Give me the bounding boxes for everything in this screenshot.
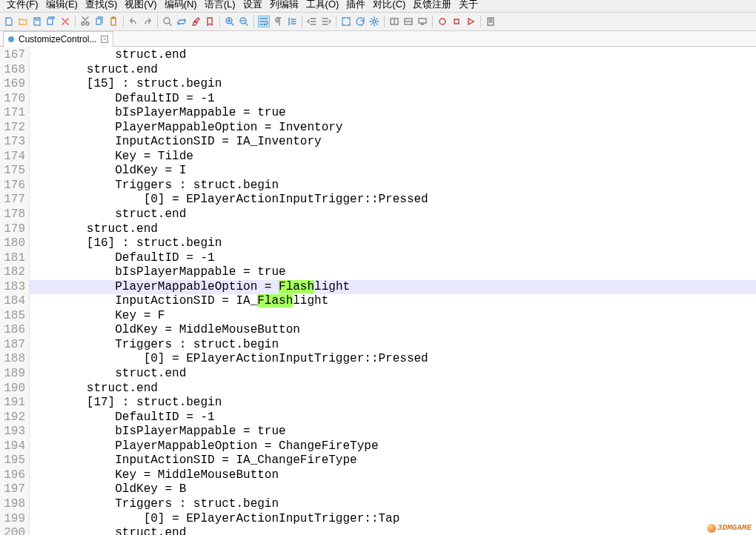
- menu-item-6[interactable]: 设置: [239, 0, 266, 9]
- code-line[interactable]: Key = Tilde: [30, 150, 756, 165]
- line-number: 170: [0, 92, 29, 107]
- code-line[interactable]: Triggers : struct.begin: [30, 497, 756, 512]
- tab-customizecontrol[interactable]: CustomizeControl... ×: [3, 31, 113, 47]
- open-folder-icon[interactable]: [17, 16, 29, 27]
- code-line[interactable]: struct.end: [30, 526, 756, 535]
- split-h-icon[interactable]: [388, 16, 400, 27]
- code-line[interactable]: DefaultID = -1: [30, 92, 756, 107]
- toolbar-separator: [157, 16, 158, 27]
- toolbar-separator: [253, 16, 254, 27]
- line-number: 189: [0, 367, 29, 382]
- watermark-text: 3DMGAME: [717, 521, 752, 535]
- code-line[interactable]: OldKey = MiddleMouseButton: [30, 323, 756, 338]
- code-line[interactable]: [15] : struct.begin: [30, 77, 756, 92]
- line-number: 199: [0, 512, 29, 527]
- word-wrap-icon[interactable]: [258, 16, 270, 27]
- code-line[interactable]: DefaultID = -1: [30, 251, 756, 266]
- undo-icon[interactable]: [127, 16, 139, 27]
- record-start-icon[interactable]: [437, 16, 448, 27]
- refresh-icon[interactable]: [354, 16, 366, 27]
- menu-item-0[interactable]: 文件(F): [3, 0, 42, 9]
- code-line[interactable]: bIsPlayerMappable = true: [30, 425, 756, 439]
- menu-item-3[interactable]: 视图(V): [121, 0, 160, 9]
- code-area[interactable]: struct.end struct.end [15] : struct.begi…: [30, 47, 756, 535]
- menu-item-4[interactable]: 编码(N): [161, 0, 201, 9]
- line-number: 171: [0, 106, 29, 121]
- code-line[interactable]: InputActionSID = IA_Inventory: [30, 135, 756, 150]
- bookmark-icon[interactable]: [204, 16, 216, 27]
- menu-item-10[interactable]: 对比(C): [369, 0, 409, 9]
- line-number: 177: [0, 193, 29, 207]
- code-line[interactable]: [0] = EPlayerActionInputTrigger::Pressed: [30, 193, 756, 207]
- indent-right-icon[interactable]: [320, 16, 332, 27]
- code-line[interactable]: [0] = EPlayerActionInputTrigger::Pressed: [30, 352, 756, 367]
- code-line[interactable]: struct.end: [30, 207, 756, 222]
- code-line[interactable]: OldKey = B: [30, 482, 756, 497]
- cut-icon[interactable]: [79, 16, 91, 27]
- code-line[interactable]: Key = F: [30, 309, 756, 324]
- new-file-icon[interactable]: [3, 16, 15, 27]
- tab-close-button[interactable]: ×: [101, 36, 108, 43]
- line-number: 200: [0, 526, 29, 535]
- save-icon[interactable]: [31, 16, 43, 27]
- code-line[interactable]: [0] = EPlayerActionInputTrigger::Tap: [30, 512, 756, 527]
- toolbar-separator: [123, 16, 124, 27]
- record-play-icon[interactable]: [465, 16, 477, 27]
- indent-guide-icon[interactable]: [286, 16, 298, 27]
- line-number: 181: [0, 251, 29, 266]
- paste-icon[interactable]: [107, 16, 119, 27]
- code-line[interactable]: bIsPlayerMappable = true: [30, 265, 756, 280]
- zoom-out-icon[interactable]: [238, 16, 250, 27]
- code-line[interactable]: struct.end: [30, 382, 756, 396]
- code-line[interactable]: struct.end: [30, 222, 756, 237]
- code-line[interactable]: PlayerMappableOption = ChangeFireType: [30, 439, 756, 454]
- menu-item-2[interactable]: 查找(S): [82, 0, 121, 9]
- menu-item-8[interactable]: 工具(O): [302, 0, 343, 9]
- tab-title: CustomizeControl...: [19, 34, 96, 44]
- line-number-gutter: 1671681691701711721731741751761771781791…: [0, 47, 30, 535]
- menu-bar: 文件(F)编辑(E)查找(S)视图(V)编码(N)语言(L)设置列编辑工具(O)…: [0, 0, 756, 13]
- doc-map-icon[interactable]: [485, 16, 497, 27]
- code-line[interactable]: [17] : struct.begin: [30, 396, 756, 411]
- fullscreen-icon[interactable]: [340, 16, 352, 27]
- highlight-icon[interactable]: [190, 16, 202, 27]
- show-all-chars-icon[interactable]: [272, 16, 284, 27]
- find-icon[interactable]: [162, 16, 173, 27]
- code-line[interactable]: PlayerMappableOption = Inventory: [30, 121, 756, 136]
- toolbar-separator: [432, 16, 433, 27]
- redo-icon[interactable]: [142, 16, 153, 27]
- menu-item-5[interactable]: 语言(L): [201, 0, 239, 9]
- record-stop-icon[interactable]: [451, 16, 462, 27]
- code-line[interactable]: Triggers : struct.begin: [30, 338, 756, 353]
- code-editor[interactable]: 1671681691701711721731741751761771781791…: [0, 47, 756, 535]
- menu-item-7[interactable]: 列编辑: [266, 0, 302, 9]
- code-line[interactable]: Triggers : struct.begin: [30, 179, 756, 193]
- monitor-icon[interactable]: [417, 16, 428, 27]
- code-line[interactable]: Key = MiddleMouseButton: [30, 468, 756, 483]
- code-line[interactable]: OldKey = I: [30, 164, 756, 179]
- code-line[interactable]: InputActionSID = IA_Flashlight: [30, 294, 756, 309]
- code-line[interactable]: bIsPlayerMappable = true: [30, 106, 756, 121]
- close-icon[interactable]: [59, 16, 71, 27]
- code-line[interactable]: [16] : struct.begin: [30, 236, 756, 251]
- code-line[interactable]: struct.end: [30, 367, 756, 382]
- line-number: 179: [0, 222, 29, 237]
- menu-item-12[interactable]: 关于: [455, 0, 482, 9]
- code-line[interactable]: struct.end: [30, 63, 756, 78]
- code-line[interactable]: struct.end: [30, 48, 756, 63]
- indent-left-icon[interactable]: [306, 16, 318, 27]
- copy-icon[interactable]: [93, 16, 105, 27]
- toolbar-separator: [480, 16, 481, 27]
- menu-item-1[interactable]: 编辑(E): [42, 0, 82, 9]
- code-line[interactable]: DefaultID = -1: [30, 411, 756, 425]
- split-v-icon[interactable]: [402, 16, 414, 27]
- line-number: 169: [0, 77, 29, 92]
- replace-icon[interactable]: [176, 16, 188, 27]
- code-line[interactable]: InputActionSID = IA_ChangeFireType: [30, 453, 756, 468]
- settings-icon[interactable]: [368, 16, 380, 27]
- zoom-in-icon[interactable]: [224, 16, 236, 27]
- code-line[interactable]: PlayerMappableOption = Flashlight: [30, 280, 756, 295]
- save-all-icon[interactable]: [45, 16, 57, 27]
- menu-item-9[interactable]: 插件: [342, 0, 369, 9]
- menu-item-11[interactable]: 反馈注册: [409, 0, 455, 9]
